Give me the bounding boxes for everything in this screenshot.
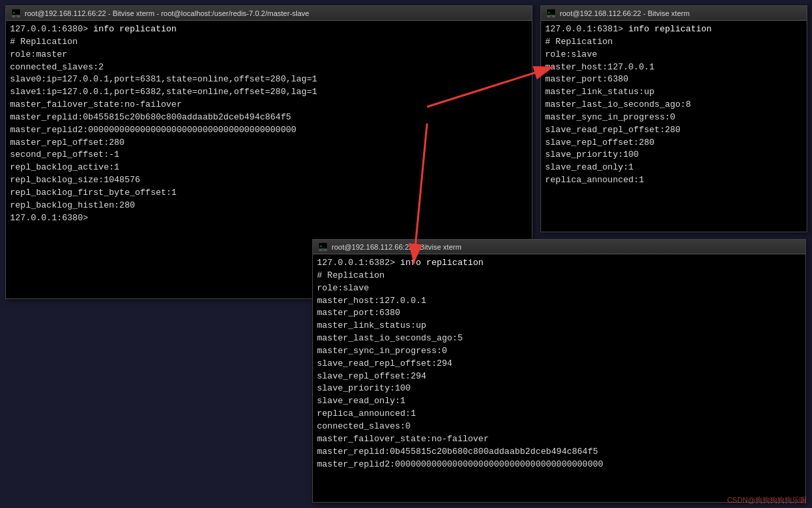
terminal-body-master[interactable]: 127.0.0.1:6380> info replication # Repli… [6, 21, 532, 228]
s2-line-0: # Replication [317, 270, 801, 282]
terminal-slave1[interactable]: >_ root@192.168.112.66:22 - Bitvise xter… [540, 5, 807, 232]
s2-line-7: slave_read_repl_offset:294 [317, 358, 801, 370]
s1-line-5: master_last_io_seconds_ago:8 [545, 99, 803, 111]
output-line-5: master_failover_state:no-failover [10, 99, 528, 111]
master-prompt: 127.0.0.1:6380> [10, 24, 88, 34]
slave2-prompt-line: 127.0.0.1:6382> info replication [317, 257, 801, 270]
output-line-2: connected_slaves:2 [10, 61, 528, 74]
s1-line-4: master_link_status:up [545, 86, 803, 99]
output-line-3: slave0:ip=127.0.0.1,port=6381,state=onli… [10, 73, 528, 86]
s1-line-10: slave_read_only:1 [545, 162, 803, 174]
svg-rect-3 [17, 15, 20, 17]
s1-line-7: slave_read_repl_offset:280 [545, 124, 803, 137]
titlebar-master-text: root@192.168.112.66:22 - Bitvise xterm -… [25, 9, 309, 17]
slave1-prompt-line: 127.0.0.1:6381> info replication [545, 23, 803, 36]
s2-line-11: replica_announced:1 [317, 408, 801, 421]
terminal-icon-master: >_ [11, 9, 21, 18]
output-line-6: master_replid:0b455815c20b680c800addaabb… [10, 111, 528, 124]
s2-line-4: master_link_status:up [317, 320, 801, 332]
s2-line-12: connected_slaves:0 [317, 421, 801, 433]
slave1-prompt: 127.0.0.1:6381> [545, 24, 623, 34]
s2-line-2: master_host:127.0.0.1 [317, 295, 801, 308]
s1-line-2: master_host:127.0.0.1 [545, 61, 803, 74]
slave2-prompt: 127.0.0.1:6382> [317, 258, 395, 268]
terminal-body-slave1[interactable]: 127.0.0.1:6381> info replication # Repli… [541, 21, 807, 190]
slave1-output: # Replication role:slave master_host:127… [545, 36, 803, 187]
output-line-7: master_replid2:0000000000000000000000000… [10, 124, 528, 137]
terminal-body-slave2[interactable]: 127.0.0.1:6382> info replication # Repli… [313, 254, 805, 473]
s2-line-15: master_replid2:0000000000000000000000000… [317, 459, 801, 471]
output-line-9: second_repl_offset:-1 [10, 149, 528, 162]
terminal-slave2[interactable]: >_ root@192.168.112.66:22 - Bitvise xter… [312, 239, 806, 503]
titlebar-slave1-text: root@192.168.112.66:22 - Bitvise xterm [560, 9, 690, 17]
s2-line-9: slave_priority:100 [317, 383, 801, 395]
output-line-12: repl_backlog_first_byte_offset:1 [10, 187, 528, 200]
s2-line-6: master_sync_in_progress:0 [317, 345, 801, 358]
svg-text:>_: >_ [548, 10, 553, 15]
output-line-8: master_repl_offset:280 [10, 137, 528, 150]
output-line-0: # Replication [10, 36, 528, 49]
s1-line-8: slave_repl_offset:280 [545, 137, 803, 150]
s2-line-1: role:slave [317, 282, 801, 295]
master-output: # Replication role:master connected_slav… [10, 36, 528, 225]
slave1-command: info replication [623, 24, 712, 34]
svg-rect-2 [12, 15, 15, 17]
output-line-4: slave1:ip=127.0.0.1,port=6382,state=onli… [10, 86, 528, 99]
terminal-icon-slave2: >_ [318, 242, 328, 252]
s2-line-5: master_last_io_seconds_ago:5 [317, 332, 801, 345]
s2-line-8: slave_repl_offset:294 [317, 370, 801, 383]
output-line-10: repl_backlog_active:1 [10, 162, 528, 174]
svg-rect-12 [319, 249, 322, 251]
output-line-1: role:master [10, 49, 528, 61]
s1-line-3: master_port:6380 [545, 73, 803, 86]
master-prompt-line: 127.0.0.1:6380> info replication [10, 23, 528, 36]
s1-line-1: role:slave [545, 49, 803, 61]
s2-line-13: master_failover_state:no-failover [317, 433, 801, 446]
titlebar-slave2: >_ root@192.168.112.66:22 - Bitvise xter… [313, 240, 805, 254]
s1-line-11: replica_announced:1 [545, 174, 803, 187]
watermark: CSDN@狗狗狗狗狗乐啊 [727, 495, 807, 505]
s1-line-6: master_sync_in_progress:0 [545, 111, 803, 124]
titlebar-slave2-text: root@192.168.112.66:22 - Bitvise xterm [332, 243, 462, 251]
titlebar-master: >_ root@192.168.112.66:22 - Bitvise xter… [6, 6, 532, 21]
terminal-icon-slave1: >_ [546, 9, 556, 18]
slave2-output: # Replication role:slave master_host:127… [317, 270, 801, 471]
s2-line-14: master_replid:0b455815c20b680c800addaabb… [317, 446, 801, 459]
master-command: info replication [88, 24, 177, 34]
titlebar-slave1: >_ root@192.168.112.66:22 - Bitvise xter… [541, 6, 807, 21]
s1-line-9: slave_priority:100 [545, 149, 803, 162]
svg-text:>_: >_ [320, 244, 325, 249]
output-line-14: 127.0.0.1:6380> [10, 212, 528, 225]
svg-rect-7 [547, 15, 550, 17]
svg-rect-8 [552, 15, 555, 17]
s1-line-0: # Replication [545, 36, 803, 49]
svg-rect-13 [324, 249, 327, 251]
output-line-13: repl_backlog_histlen:280 [10, 200, 528, 212]
s2-line-3: master_port:6380 [317, 307, 801, 320]
output-line-11: repl_backlog_size:1048576 [10, 174, 528, 187]
slave2-command: info replication [395, 258, 484, 268]
svg-text:>_: >_ [13, 10, 18, 15]
s2-line-10: slave_read_only:1 [317, 395, 801, 408]
